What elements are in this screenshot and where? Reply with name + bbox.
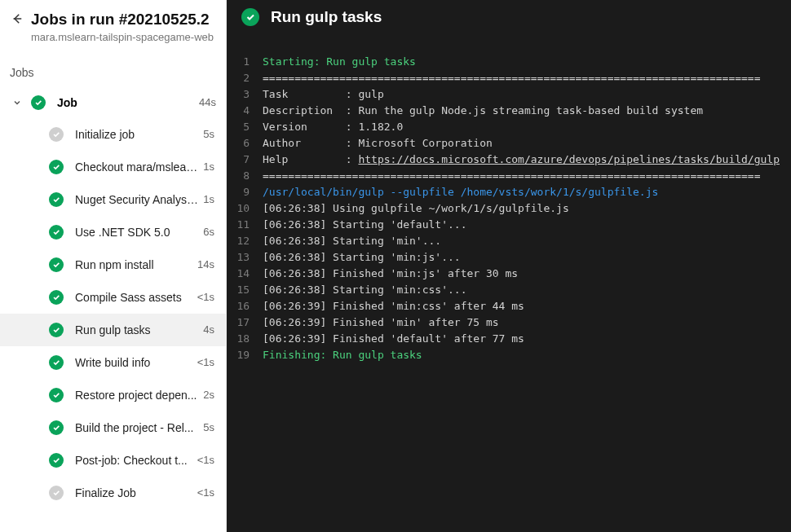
job-row[interactable]: Job 44s — [0, 87, 226, 118]
log-line-number: 2 — [227, 70, 263, 86]
log-line-number: 10 — [227, 200, 263, 217]
log-line: 2=======================================… — [227, 70, 780, 86]
step-row[interactable]: Compile Sass assets<1s — [0, 281, 226, 314]
log-line-text: [06:26:38] Starting 'min:css'... — [263, 282, 466, 298]
step-duration: <1s — [197, 356, 214, 368]
log-header: Run gulp tasks — [227, 0, 791, 33]
step-row[interactable]: Write build info<1s — [0, 346, 226, 379]
step-name: Checkout mara/mslear... — [75, 160, 198, 174]
step-name: Use .NET SDK 5.0 — [75, 226, 198, 239]
log-body[interactable]: 1Starting: Run gulp tasks2==============… — [227, 33, 791, 363]
check-icon — [31, 95, 46, 110]
step-name: Write build info — [75, 356, 192, 369]
log-line: 5Version : 1.182.0 — [227, 119, 780, 135]
log-line: 17[06:26:39] Finished 'min' after 75 ms — [227, 314, 780, 331]
log-line-text: [06:26:38] Finished 'min:js' after 30 ms — [263, 266, 518, 282]
step-duration: 4s — [203, 323, 214, 336]
step-duration: 6s — [203, 226, 214, 238]
check-icon — [49, 290, 64, 305]
log-line: 10[06:26:38] Using gulpfile ~/work/1/s/g… — [227, 200, 780, 217]
step-duration: 1s — [203, 160, 214, 173]
check-icon — [49, 192, 64, 207]
back-arrow-icon[interactable] — [10, 11, 24, 29]
check-icon — [241, 8, 259, 26]
log-line-number: 18 — [227, 331, 263, 347]
page-title: Jobs in run #20210525.2 — [31, 10, 214, 29]
log-line-number: 3 — [227, 86, 263, 103]
log-line-text: Author : Microsoft Corporation — [263, 135, 493, 152]
check-icon — [49, 453, 64, 468]
step-row[interactable]: Post-job: Checkout t...<1s — [0, 444, 226, 477]
check-icon — [49, 225, 64, 240]
log-line-number: 13 — [227, 249, 263, 266]
log-line-number: 8 — [227, 168, 263, 184]
step-row[interactable]: Finalize Job<1s — [0, 477, 226, 509]
step-duration: 1s — [203, 193, 214, 205]
step-row[interactable]: Build the project - Rel...5s — [0, 411, 226, 444]
step-name: Run gulp tasks — [75, 323, 198, 336]
step-row[interactable]: Run gulp tasks4s — [0, 314, 226, 346]
log-line-text: Help : https://docs.microsoft.com/azure/… — [263, 152, 780, 168]
skipped-icon — [49, 127, 64, 142]
job-duration: 44s — [199, 96, 216, 108]
log-line-number: 12 — [227, 233, 263, 249]
log-line-text: Finishing: Run gulp tasks — [263, 347, 422, 363]
log-line-number: 16 — [227, 298, 263, 314]
steps-list: Initialize job5sCheckout mara/mslear...1… — [0, 118, 226, 509]
log-line: 18[06:26:39] Finished 'default' after 77… — [227, 331, 780, 347]
log-line-text: [06:26:39] Finished 'default' after 77 m… — [263, 331, 524, 347]
step-row[interactable]: Use .NET SDK 5.06s — [0, 216, 226, 248]
step-name: Restore project depen... — [75, 389, 198, 402]
log-line: 6Author : Microsoft Corporation — [227, 135, 780, 152]
skipped-icon — [49, 486, 64, 500]
step-row[interactable]: Checkout mara/mslear...1s — [0, 151, 226, 183]
log-line: 15[06:26:38] Starting 'min:css'... — [227, 282, 780, 298]
check-icon — [49, 420, 64, 435]
check-icon — [49, 323, 64, 337]
step-name: Run npm install — [75, 258, 192, 271]
step-row[interactable]: Restore project depen...2s — [0, 379, 226, 411]
log-line-number: 19 — [227, 347, 263, 363]
step-duration: 2s — [203, 389, 214, 401]
log-line: 13[06:26:38] Starting 'min:js'... — [227, 249, 780, 266]
log-line-number: 4 — [227, 103, 263, 119]
step-duration: 5s — [203, 128, 214, 140]
section-label: Jobs — [0, 45, 226, 87]
step-duration: 5s — [203, 421, 214, 433]
log-line: 11[06:26:38] Starting 'default'... — [227, 217, 780, 233]
check-icon — [49, 388, 64, 402]
chevron-down-icon[interactable] — [10, 98, 24, 108]
log-line: 16[06:26:39] Finished 'min:css' after 44… — [227, 298, 780, 314]
step-name: Compile Sass assets — [75, 291, 192, 304]
log-line-number: 1 — [227, 54, 263, 70]
check-icon — [49, 160, 64, 174]
step-row[interactable]: Nuget Security Analysi...1s — [0, 183, 226, 216]
step-duration: 14s — [197, 258, 214, 270]
step-name: Initialize job — [75, 128, 198, 141]
log-line-text: ========================================… — [263, 168, 760, 184]
step-row[interactable]: Run npm install14s — [0, 248, 226, 281]
sidebar: Jobs in run #20210525.2 mara.mslearn-tai… — [0, 0, 227, 532]
log-line: 14[06:26:38] Finished 'min:js' after 30 … — [227, 266, 780, 282]
log-line: 12[06:26:38] Starting 'min'... — [227, 233, 780, 249]
log-line-number: 11 — [227, 217, 263, 233]
log-line-number: 17 — [227, 314, 263, 331]
check-icon — [49, 355, 64, 370]
step-row[interactable]: Initialize job5s — [0, 118, 226, 151]
step-duration: <1s — [197, 454, 214, 466]
log-line: 4Description : Run the gulp Node.js stre… — [227, 103, 780, 119]
log-line-text: Version : 1.182.0 — [263, 119, 403, 135]
log-line-text: ========================================… — [263, 70, 760, 86]
sidebar-header: Jobs in run #20210525.2 mara.mslearn-tai… — [0, 0, 226, 45]
log-line-text: [06:26:39] Finished 'min:css' after 44 m… — [263, 298, 524, 314]
log-line-number: 14 — [227, 266, 263, 282]
step-name: Build the project - Rel... — [75, 421, 198, 434]
log-line-number: 9 — [227, 184, 263, 200]
log-line: 7Help : https://docs.microsoft.com/azure… — [227, 152, 780, 168]
step-name: Finalize Job — [75, 486, 192, 499]
log-line: 8=======================================… — [227, 168, 780, 184]
log-line-number: 5 — [227, 119, 263, 135]
log-line: 9/usr/local/bin/gulp --gulpfile /home/vs… — [227, 184, 780, 200]
log-line-text: [06:26:38] Using gulpfile ~/work/1/s/gul… — [263, 200, 569, 217]
log-line-text: /usr/local/bin/gulp --gulpfile /home/vst… — [263, 184, 658, 200]
